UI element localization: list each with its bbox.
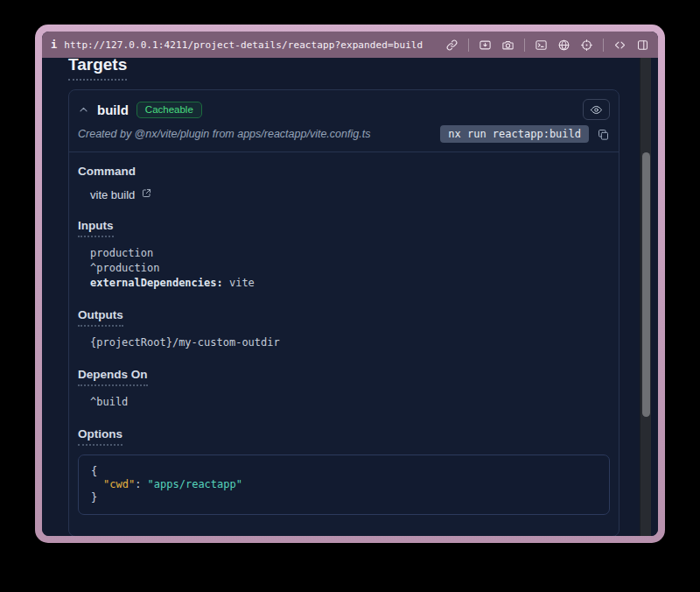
input-item: externalDependencies: vite [90,276,610,291]
chevron-up-icon[interactable] [78,104,89,116]
camera-icon[interactable] [501,39,514,52]
outputs-label: Outputs [78,308,123,327]
output-item: {projectRoot}/my-custom-outdir [90,335,610,350]
terminal-icon[interactable] [535,39,548,52]
build-card-header[interactable]: build Cacheable [69,90,619,122]
split-view-icon[interactable] [636,39,649,52]
address-url[interactable]: http://127.0.0.1:4211/project-details/re… [64,39,438,51]
toolbar-divider [524,39,525,52]
copy-icon [597,128,610,141]
toolbar-actions [445,39,649,52]
target-icon[interactable] [580,39,593,52]
command-label: Command [78,165,136,178]
input-value: vite [223,277,255,289]
view-in-graph-button[interactable] [583,99,610,120]
json-colon: : [135,478,147,490]
copy-command-button[interactable] [597,128,610,141]
outputs-section: Outputs {projectRoot}/my-custom-outdir [78,307,610,350]
cacheable-badge: Cacheable [136,102,202,118]
depends-on-label: Depends On [78,368,148,386]
link-icon[interactable] [445,39,458,52]
json-line: { [91,465,597,478]
url-toolbar: i http://127.0.0.1:4211/project-details/… [42,32,658,58]
input-item: production [90,246,610,261]
target-name: build [97,102,129,117]
globe-icon[interactable] [557,39,570,52]
command-value: vite build [90,188,135,201]
depends-on-section: Depends On ^build [78,366,610,410]
scrollbar[interactable] [640,58,651,536]
json-line: } [91,491,597,504]
scrollbar-thumb[interactable] [642,152,650,417]
external-link-icon[interactable] [141,187,152,201]
created-by-text: Created by @nx/vite/plugin from apps/rea… [78,128,370,140]
project-details-page: Targets build Cacheable Created by @nx/v… [42,58,658,536]
input-key: externalDependencies: [90,277,223,289]
options-section: Options { "cwd": "apps/reactapp" } [78,426,610,515]
code-icon[interactable] [613,39,626,52]
json-string-value: "apps/reactapp" [148,478,242,490]
json-line: "cwd": "apps/reactapp" [91,478,597,491]
browser-window: i http://127.0.0.1:4211/project-details/… [35,25,665,543]
input-item: ^production [90,261,610,276]
options-json-block: { "cwd": "apps/reactapp" } [78,455,610,515]
targets-heading: Targets [68,58,127,81]
screenshot-icon[interactable] [479,39,492,52]
depends-on-item: ^build [90,395,610,410]
toolbar-divider [468,39,469,52]
build-card-subheader: Created by @nx/vite/plugin from apps/rea… [69,122,619,152]
browser-viewport: i http://127.0.0.1:4211/project-details/… [42,32,658,536]
info-icon: i [51,39,57,51]
target-card-build: build Cacheable Created by @nx/vite/plug… [68,89,620,536]
inputs-section: Inputs production ^production externalDe… [78,217,610,291]
options-label: Options [78,427,122,446]
eye-icon [590,103,603,116]
command-value-row: vite build [90,187,610,201]
inputs-label: Inputs [78,219,114,237]
json-key: "cwd" [103,478,135,490]
command-section: Command vite build [78,163,610,201]
toolbar-divider [603,39,604,52]
run-command-chip[interactable]: nx run reactapp:build [440,125,589,143]
build-card-body: Command vite build Inputs production [69,152,619,536]
